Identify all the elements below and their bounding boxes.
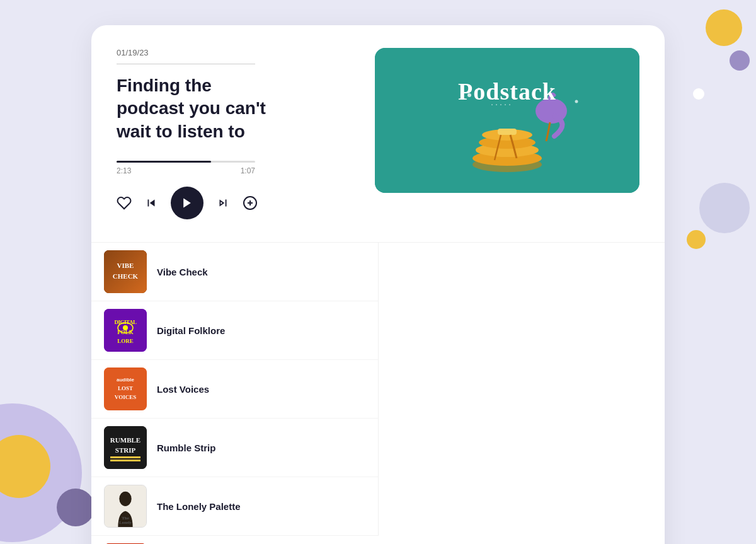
skip-forward-button[interactable] xyxy=(216,196,230,210)
column-divider xyxy=(378,243,379,536)
list-item[interactable]: audible LOST VOICES Lost Voices xyxy=(91,360,378,419)
deco-mid-right-gray xyxy=(699,183,750,233)
player-left: 01/19/23 Finding the podcast you can't w… xyxy=(117,48,350,219)
deco-top-right-white xyxy=(693,88,704,100)
svg-point-27 xyxy=(123,325,128,330)
list-item[interactable]: SPORKFUL The Sporkful xyxy=(91,536,378,544)
svg-text:VOICES: VOICES xyxy=(115,394,136,400)
svg-rect-35 xyxy=(110,456,140,458)
list-item[interactable]: The Lonely The Lonely Palette xyxy=(91,477,378,536)
list-item[interactable]: DIGITAL FOLK LORE Digital Folklore xyxy=(91,301,378,360)
svg-rect-19 xyxy=(104,250,147,293)
deco-bottom-left-purple xyxy=(57,489,94,526)
podcast-name-vibe-check: Vibe Check xyxy=(157,267,208,277)
progress-bar-container[interactable] xyxy=(117,161,255,163)
podcast-thumb-lost-voices: audible LOST VOICES xyxy=(104,367,147,410)
svg-text:RUMBLE: RUMBLE xyxy=(110,436,140,444)
svg-text:·  ·  ·  ·  ·: · · · · · xyxy=(491,100,511,110)
deco-top-right-purple xyxy=(730,50,750,71)
deco-top-right-yellow xyxy=(706,9,742,46)
like-button[interactable] xyxy=(117,195,132,211)
svg-point-14 xyxy=(478,88,480,90)
progress-bar-fill xyxy=(117,161,211,163)
deco-mid-right-yellow xyxy=(687,230,706,249)
total-time: 1:07 xyxy=(241,166,255,175)
main-card: 01/19/23 Finding the podcast you can't w… xyxy=(91,25,665,544)
svg-text:CHECK: CHECK xyxy=(113,272,139,280)
svg-rect-36 xyxy=(110,460,140,461)
player-artwork: Podstack · · · · · xyxy=(375,48,639,193)
deco-bottom-left-yellow xyxy=(0,435,50,498)
podcast-name-lonely-palette: The Lonely Palette xyxy=(157,501,241,512)
svg-point-13 xyxy=(467,93,471,97)
podcast-thumb-lonely-palette: The Lonely xyxy=(104,485,147,528)
podcast-thumb-vibe-check: VIBE CHECK xyxy=(104,250,147,293)
svg-rect-10 xyxy=(498,129,517,135)
svg-text:audible: audible xyxy=(117,377,135,383)
svg-marker-0 xyxy=(183,199,191,208)
podcast-name-digital-folklore: Digital Folklore xyxy=(157,325,225,336)
svg-text:STRIP: STRIP xyxy=(115,446,136,454)
podcast-name-lost-voices: Lost Voices xyxy=(157,384,209,395)
podcast-thumb-rumble-strip: RUMBLE STRIP xyxy=(104,426,147,469)
play-button[interactable] xyxy=(171,187,203,219)
current-time: 2:13 xyxy=(117,166,131,175)
time-row: 2:13 1:07 xyxy=(117,166,255,175)
svg-text:DIGITAL: DIGITAL xyxy=(115,319,137,325)
progress-bar-track xyxy=(117,161,255,163)
svg-point-15 xyxy=(575,100,578,103)
player-date: 01/19/23 xyxy=(117,48,255,64)
svg-text:Lonely: Lonely xyxy=(119,520,132,524)
svg-point-16 xyxy=(550,88,553,90)
list-item[interactable]: RUMBLE STRIP Rumble Strip xyxy=(91,419,378,477)
podcast-list: VIBE CHECK Vibe Check DIGITAL FOLK LORE xyxy=(91,243,665,544)
podcast-left-column: VIBE CHECK Vibe Check DIGITAL FOLK LORE xyxy=(91,243,378,536)
svg-point-38 xyxy=(119,492,131,506)
svg-text:VIBE: VIBE xyxy=(117,262,134,269)
add-button[interactable] xyxy=(243,195,258,211)
podcast-right-column: SPORKFUL The Sporkful TV, I SAY xyxy=(91,536,378,544)
deco-bottom-left-big-lavender xyxy=(0,403,82,542)
svg-text:LORE: LORE xyxy=(117,338,134,344)
player-section: 01/19/23 Finding the podcast you can't w… xyxy=(91,25,665,243)
podcast-thumb-digital-folklore: DIGITAL FOLK LORE xyxy=(104,309,147,352)
skip-back-button[interactable] xyxy=(144,196,158,210)
player-title: Finding the podcast you can't wait to li… xyxy=(117,74,280,143)
podcast-grid: VIBE CHECK Vibe Check DIGITAL FOLK LORE xyxy=(91,243,665,544)
list-item[interactable]: VIBE CHECK Vibe Check xyxy=(91,243,378,301)
svg-text:LOST: LOST xyxy=(118,385,133,391)
podcast-name-rumble-strip: Rumble Strip xyxy=(157,443,215,453)
player-controls xyxy=(117,187,350,219)
